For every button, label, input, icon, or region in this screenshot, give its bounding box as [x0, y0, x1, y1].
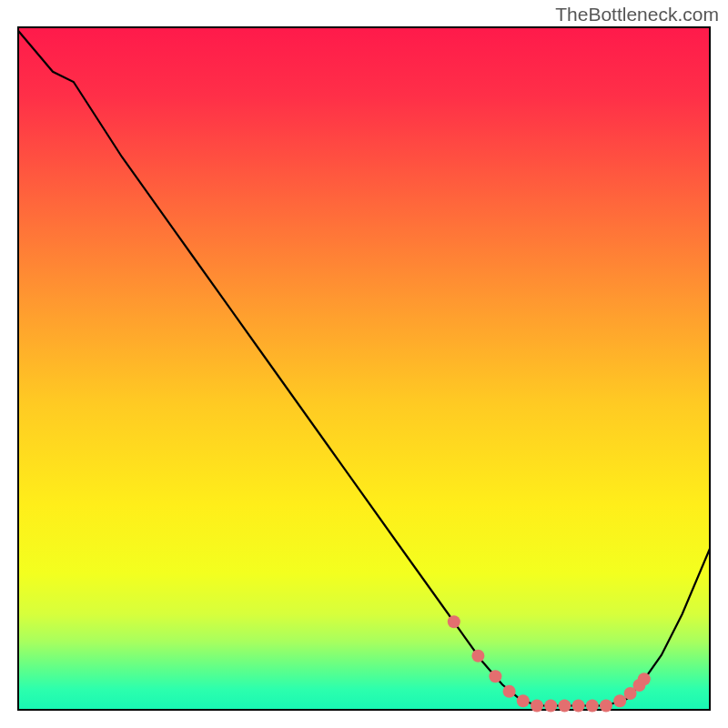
- curve-marker: [531, 700, 543, 713]
- curve-marker: [544, 700, 557, 713]
- curve-marker: [572, 700, 585, 713]
- curve-marker: [613, 694, 626, 707]
- curve-marker: [503, 685, 516, 698]
- watermark-text: TheBottleneck.com: [555, 4, 719, 25]
- curve-marker: [471, 650, 484, 662]
- bottleneck-chart: [0, 0, 728, 728]
- plot-background: [18, 27, 710, 710]
- curve-marker: [448, 615, 460, 628]
- curve-marker: [600, 700, 612, 713]
- curve-marker: [517, 694, 530, 707]
- curve-marker: [558, 700, 571, 713]
- chart-container: TheBottleneck.com: [0, 0, 728, 728]
- curve-marker: [586, 700, 599, 713]
- curve-marker: [489, 670, 501, 682]
- curve-marker: [638, 672, 651, 685]
